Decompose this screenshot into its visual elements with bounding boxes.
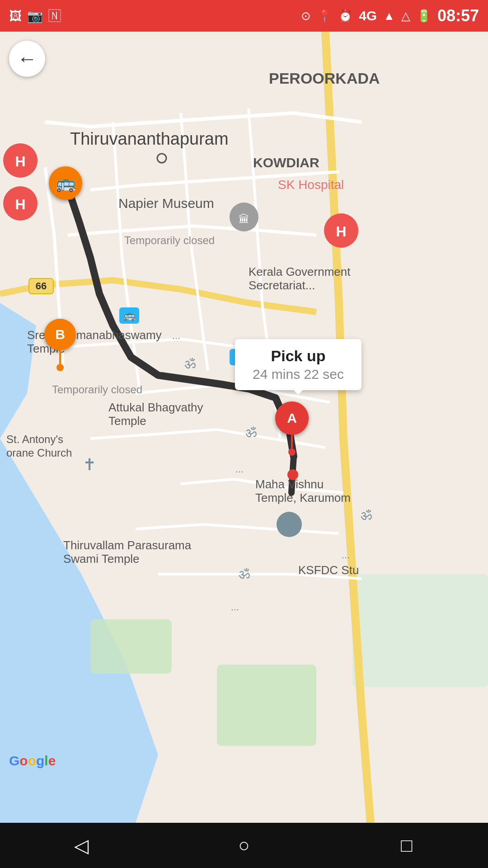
svg-text:Temple, Karumom: Temple, Karumom: [255, 491, 351, 505]
driver-marker: 🚌: [49, 166, 82, 200]
wifi-icon: ⊙: [301, 9, 311, 23]
back-arrow-icon: ←: [17, 47, 37, 70]
back-button[interactable]: ←: [9, 41, 45, 77]
svg-text:H: H: [15, 196, 25, 212]
recent-nav-icon: □: [401, 835, 412, 856]
signal2-icon: △: [401, 9, 410, 23]
svg-text:Kerala Government: Kerala Government: [249, 265, 351, 278]
svg-text:Thiruvananthapuram: Thiruvananthapuram: [70, 129, 229, 148]
svg-text:...: ...: [231, 601, 239, 613]
news-icon: 🇳: [48, 9, 61, 24]
svg-text:PEROORKADA: PEROORKADA: [269, 70, 380, 87]
svg-text:Temporarily closed: Temporarily closed: [52, 383, 142, 396]
home-nav-button[interactable]: ○: [226, 827, 262, 863]
svg-text:H: H: [15, 153, 25, 170]
svg-text:Thiruvallam Parasurama: Thiruvallam Parasurama: [63, 538, 192, 552]
svg-text:KOWDIAR: KOWDIAR: [253, 155, 319, 170]
alarm-icon: ⏰: [338, 9, 352, 23]
svg-text:ॐ: ॐ: [245, 425, 257, 440]
svg-rect-5: [352, 574, 488, 687]
svg-text:Swami Temple: Swami Temple: [63, 552, 140, 566]
pickup-tooltip: Pick up 24 mins 22 sec: [235, 339, 361, 390]
svg-text:Temporarily closed: Temporarily closed: [124, 234, 215, 246]
back-nav-button[interactable]: ◁: [63, 827, 99, 863]
marker-b: B: [44, 319, 76, 371]
svg-text:Attukal Bhagvathy: Attukal Bhagvathy: [108, 401, 203, 414]
svg-text:...: ...: [235, 463, 244, 475]
svg-text:St. Antony's: St. Antony's: [6, 433, 63, 445]
home-nav-icon: ○: [238, 835, 249, 856]
location-icon: 📍: [317, 9, 332, 23]
svg-text:Temple: Temple: [108, 414, 146, 428]
signal-icon: ▲: [383, 9, 395, 23]
svg-text:...: ...: [172, 330, 180, 341]
svg-point-26: [277, 512, 302, 537]
status-time: 08:57: [437, 6, 479, 25]
nav-bar: ◁ ○ □: [0, 823, 488, 868]
svg-text:Secretariat...: Secretariat...: [249, 278, 315, 292]
svg-text:KSFDC Stu: KSFDC Stu: [298, 563, 359, 577]
marker-a: A: [275, 401, 309, 456]
svg-text:66: 66: [36, 280, 47, 292]
svg-text:🚌: 🚌: [123, 309, 136, 321]
google-logo: Google: [9, 753, 56, 769]
svg-text:🏛: 🏛: [239, 213, 249, 225]
svg-text:Maha Vishnu: Maha Vishnu: [255, 477, 324, 491]
google-g: G: [9, 753, 19, 768]
svg-rect-4: [217, 665, 316, 746]
svg-text:SK Hospital: SK Hospital: [278, 178, 344, 192]
svg-text:ॐ: ॐ: [239, 566, 250, 581]
map-container[interactable]: H H H 🏛 🚌 66 ✝ ॐ ॐ ॐ ॐ PEROORKADA Thiruv…: [0, 32, 488, 823]
network-4g: 4G: [359, 8, 377, 24]
svg-text:ॐ: ॐ: [361, 508, 372, 523]
photo-icon: 🖼: [9, 9, 22, 24]
svg-text:Napier Museum: Napier Museum: [118, 196, 214, 211]
svg-text:orane Church: orane Church: [6, 447, 72, 459]
battery-icon: 🔋: [417, 9, 431, 23]
back-nav-icon: ◁: [74, 835, 89, 857]
recent-nav-button[interactable]: □: [389, 827, 425, 863]
camera-icon: 📷: [27, 9, 43, 24]
svg-text:ॐ: ॐ: [184, 356, 196, 371]
svg-text:H: H: [336, 223, 346, 240]
tooltip-subtitle: 24 mins 22 sec: [248, 367, 349, 382]
tooltip-title: Pick up: [248, 347, 349, 365]
svg-rect-3: [90, 619, 172, 674]
svg-text:...: ...: [342, 549, 350, 561]
status-bar: 🖼 📷 🇳 ⊙ 📍 ⏰ 4G ▲ △ 🔋 08:57: [0, 0, 488, 32]
svg-text:✝: ✝: [83, 455, 96, 474]
